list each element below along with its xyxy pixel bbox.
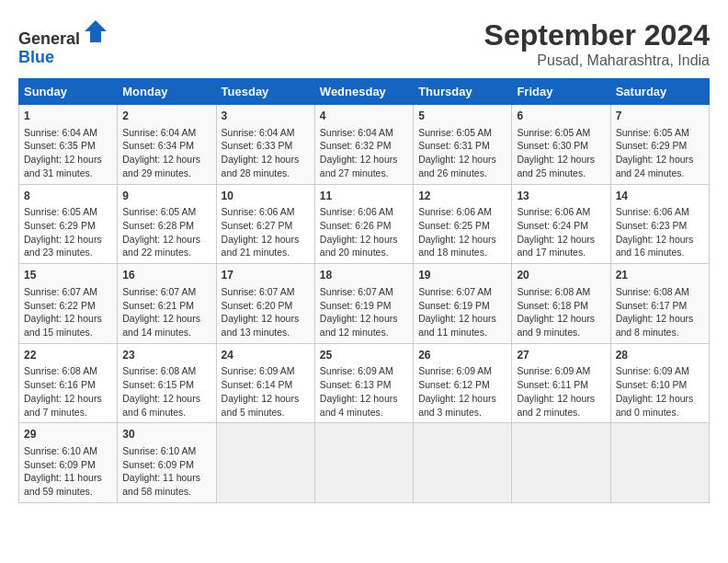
calendar-cell: 5Sunrise: 6:05 AM Sunset: 6:31 PM Daylig… [414, 105, 512, 185]
col-header-wednesday: Wednesday [314, 79, 413, 105]
day-info: Sunrise: 6:06 AM Sunset: 6:24 PM Dayligh… [517, 205, 605, 259]
calendar-cell: 22Sunrise: 6:08 AM Sunset: 6:16 PM Dayli… [19, 343, 118, 423]
logo-general: General [18, 29, 80, 48]
day-number: 9 [122, 189, 210, 204]
day-info: Sunrise: 6:06 AM Sunset: 6:27 PM Dayligh… [222, 205, 310, 259]
day-number: 13 [517, 189, 605, 204]
subtitle: Pusad, Maharashtra, India [484, 52, 710, 69]
col-header-tuesday: Tuesday [216, 79, 314, 105]
logo-icon [83, 18, 108, 44]
calendar-cell: 16Sunrise: 6:07 AM Sunset: 6:21 PM Dayli… [118, 264, 216, 344]
day-info: Sunrise: 6:05 AM Sunset: 6:29 PM Dayligh… [616, 126, 704, 180]
day-info: Sunrise: 6:09 AM Sunset: 6:10 PM Dayligh… [616, 364, 704, 419]
week-row-4: 22Sunrise: 6:08 AM Sunset: 6:16 PM Dayli… [19, 343, 710, 423]
day-info: Sunrise: 6:07 AM Sunset: 6:21 PM Dayligh… [122, 285, 210, 339]
day-number: 25 [320, 348, 408, 363]
week-row-2: 8Sunrise: 6:05 AM Sunset: 6:29 PM Daylig… [19, 184, 710, 264]
day-number: 26 [418, 348, 506, 363]
col-header-thursday: Thursday [414, 79, 512, 105]
day-number: 27 [517, 348, 605, 363]
day-info: Sunrise: 6:07 AM Sunset: 6:19 PM Dayligh… [418, 285, 506, 339]
page-header: General Blue September 2024 Pusad, Mahar… [18, 18, 710, 69]
day-number: 6 [517, 109, 605, 124]
calendar-cell: 9Sunrise: 6:05 AM Sunset: 6:28 PM Daylig… [118, 184, 216, 264]
day-number: 20 [517, 268, 605, 283]
calendar-cell: 12Sunrise: 6:06 AM Sunset: 6:25 PM Dayli… [414, 184, 512, 264]
day-info: Sunrise: 6:04 AM Sunset: 6:32 PM Dayligh… [320, 126, 408, 180]
title-block: September 2024 Pusad, Maharashtra, India [484, 18, 710, 69]
logo: General Blue [18, 18, 108, 67]
col-header-sunday: Sunday [19, 79, 118, 105]
calendar-cell: 1Sunrise: 6:04 AM Sunset: 6:35 PM Daylig… [19, 105, 118, 185]
calendar-cell: 7Sunrise: 6:05 AM Sunset: 6:29 PM Daylig… [610, 105, 709, 185]
calendar-cell: 21Sunrise: 6:08 AM Sunset: 6:17 PM Dayli… [610, 264, 709, 344]
day-info: Sunrise: 6:09 AM Sunset: 6:11 PM Dayligh… [517, 364, 605, 419]
day-number: 4 [320, 109, 408, 124]
calendar-cell: 29Sunrise: 6:10 AM Sunset: 6:09 PM Dayli… [19, 423, 118, 503]
day-number: 11 [320, 189, 408, 204]
day-number: 24 [222, 348, 310, 363]
col-header-monday: Monday [118, 79, 216, 105]
calendar-cell [414, 423, 512, 503]
day-info: Sunrise: 6:07 AM Sunset: 6:20 PM Dayligh… [222, 285, 310, 339]
day-info: Sunrise: 6:05 AM Sunset: 6:31 PM Dayligh… [418, 126, 506, 180]
day-info: Sunrise: 6:04 AM Sunset: 6:33 PM Dayligh… [222, 126, 310, 180]
col-header-saturday: Saturday [610, 79, 709, 105]
day-number: 29 [24, 427, 112, 442]
calendar-cell: 30Sunrise: 6:10 AM Sunset: 6:09 PM Dayli… [118, 423, 216, 503]
day-number: 21 [616, 268, 704, 283]
calendar-cell: 14Sunrise: 6:06 AM Sunset: 6:23 PM Dayli… [610, 184, 709, 264]
day-number: 22 [24, 348, 112, 363]
day-info: Sunrise: 6:08 AM Sunset: 6:16 PM Dayligh… [24, 364, 112, 419]
day-number: 10 [222, 189, 310, 204]
day-number: 8 [24, 189, 112, 204]
calendar-cell [512, 423, 610, 503]
day-info: Sunrise: 6:08 AM Sunset: 6:17 PM Dayligh… [616, 285, 704, 339]
calendar-cell: 20Sunrise: 6:08 AM Sunset: 6:18 PM Dayli… [512, 264, 610, 344]
day-number: 19 [418, 268, 506, 283]
calendar-cell: 23Sunrise: 6:08 AM Sunset: 6:15 PM Dayli… [118, 343, 216, 423]
main-title: September 2024 [484, 18, 710, 52]
calendar-cell: 17Sunrise: 6:07 AM Sunset: 6:20 PM Dayli… [216, 264, 314, 344]
day-info: Sunrise: 6:10 AM Sunset: 6:09 PM Dayligh… [24, 444, 112, 499]
day-info: Sunrise: 6:06 AM Sunset: 6:26 PM Dayligh… [320, 205, 408, 259]
day-info: Sunrise: 6:08 AM Sunset: 6:18 PM Dayligh… [517, 285, 605, 339]
calendar-cell: 10Sunrise: 6:06 AM Sunset: 6:27 PM Dayli… [216, 184, 314, 264]
day-info: Sunrise: 6:04 AM Sunset: 6:35 PM Dayligh… [24, 126, 112, 180]
day-info: Sunrise: 6:08 AM Sunset: 6:15 PM Dayligh… [122, 364, 210, 419]
calendar-cell [610, 423, 709, 503]
calendar-cell: 15Sunrise: 6:07 AM Sunset: 6:22 PM Dayli… [19, 264, 118, 344]
col-header-friday: Friday [512, 79, 610, 105]
calendar-cell: 24Sunrise: 6:09 AM Sunset: 6:14 PM Dayli… [216, 343, 314, 423]
calendar-cell: 6Sunrise: 6:05 AM Sunset: 6:30 PM Daylig… [512, 105, 610, 185]
calendar-cell: 18Sunrise: 6:07 AM Sunset: 6:19 PM Dayli… [314, 264, 413, 344]
day-info: Sunrise: 6:05 AM Sunset: 6:29 PM Dayligh… [24, 205, 112, 259]
calendar-cell: 3Sunrise: 6:04 AM Sunset: 6:33 PM Daylig… [216, 105, 314, 185]
day-info: Sunrise: 6:07 AM Sunset: 6:22 PM Dayligh… [24, 285, 112, 339]
day-number: 15 [24, 268, 112, 283]
day-number: 5 [418, 109, 506, 124]
calendar-cell [314, 423, 413, 503]
logo-blue: Blue [18, 48, 54, 66]
svg-marker-0 [85, 20, 107, 42]
calendar-cell: 4Sunrise: 6:04 AM Sunset: 6:32 PM Daylig… [314, 105, 413, 185]
day-info: Sunrise: 6:06 AM Sunset: 6:23 PM Dayligh… [616, 205, 704, 259]
day-number: 17 [222, 268, 310, 283]
calendar-cell: 11Sunrise: 6:06 AM Sunset: 6:26 PM Dayli… [314, 184, 413, 264]
calendar-cell: 26Sunrise: 6:09 AM Sunset: 6:12 PM Dayli… [414, 343, 512, 423]
day-info: Sunrise: 6:05 AM Sunset: 6:30 PM Dayligh… [517, 126, 605, 180]
day-number: 18 [320, 268, 408, 283]
day-info: Sunrise: 6:09 AM Sunset: 6:14 PM Dayligh… [222, 364, 310, 419]
day-number: 12 [418, 189, 506, 204]
day-number: 30 [122, 427, 210, 442]
day-info: Sunrise: 6:09 AM Sunset: 6:12 PM Dayligh… [418, 364, 506, 419]
day-number: 14 [616, 189, 704, 204]
day-info: Sunrise: 6:06 AM Sunset: 6:25 PM Dayligh… [418, 205, 506, 259]
calendar-cell: 19Sunrise: 6:07 AM Sunset: 6:19 PM Dayli… [414, 264, 512, 344]
day-number: 3 [222, 109, 310, 124]
day-number: 2 [122, 109, 210, 124]
header-row: SundayMondayTuesdayWednesdayThursdayFrid… [19, 79, 710, 105]
calendar-cell: 13Sunrise: 6:06 AM Sunset: 6:24 PM Dayli… [512, 184, 610, 264]
week-row-1: 1Sunrise: 6:04 AM Sunset: 6:35 PM Daylig… [19, 105, 710, 185]
day-number: 16 [122, 268, 210, 283]
